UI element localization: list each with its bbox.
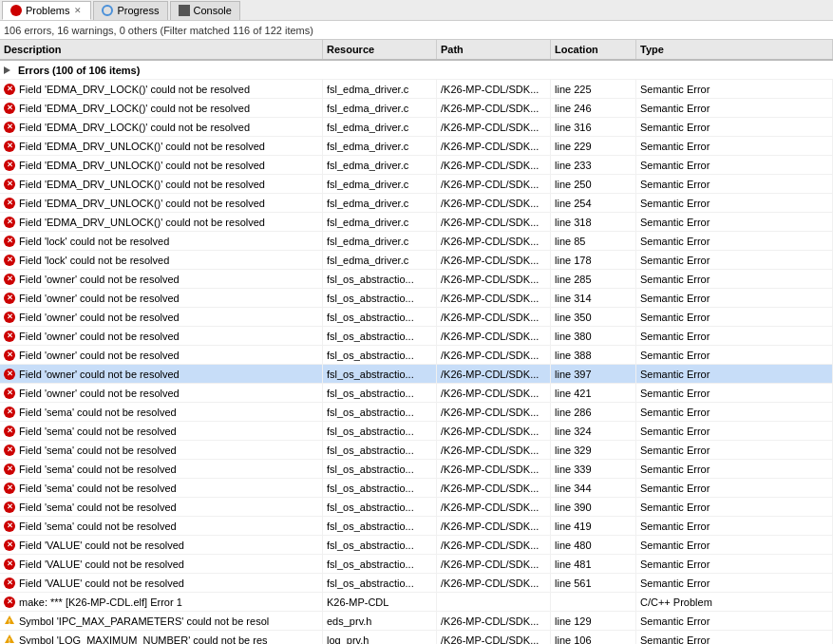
cell-path: /K26-MP-CDL/SDK... <box>437 346 551 364</box>
cell-resource: fsl_os_abstractio... <box>323 555 437 573</box>
svg-text:!: ! <box>9 617 10 624</box>
tab-console[interactable]: Console <box>170 1 240 20</box>
table-row[interactable]: ✕Field 'sema' could not be resolvedfsl_o… <box>0 479 833 498</box>
table-row[interactable]: ✕make: *** [K26-MP-CDL.elf] Error 1K26-M… <box>0 593 833 612</box>
description-text: Field 'owner' could not be resolved <box>19 293 180 304</box>
col-header-description[interactable]: Description <box>0 40 323 59</box>
table-row[interactable]: ✕Field 'sema' could not be resolvedfsl_o… <box>0 403 833 422</box>
cell-type: Semantic Error <box>636 517 833 535</box>
cell-resource: eds_prv.h <box>323 612 437 630</box>
cell-description: ✕Field 'VALUE' could not be resolved <box>0 574 323 592</box>
filter-bar: 106 errors, 16 warnings, 0 others (Filte… <box>0 21 833 40</box>
cell-location: line 350 <box>551 308 636 326</box>
table-row[interactable]: ✕Field 'EDMA_DRV_UNLOCK()' could not be … <box>0 156 833 175</box>
table-row[interactable]: ✕Field 'owner' could not be resolvedfsl_… <box>0 289 833 308</box>
cell-path: /K26-MP-CDL/SDK... <box>437 403 551 421</box>
col-header-location[interactable]: Location <box>551 40 636 59</box>
cell-location: line 390 <box>551 498 636 516</box>
cell-resource: fsl_os_abstractio... <box>323 498 437 516</box>
table-container[interactable]: Errors (100 of 106 items) ✕Field 'EDMA_D… <box>0 61 833 644</box>
table-row[interactable]: ✕Field 'sema' could not be resolvedfsl_o… <box>0 460 833 479</box>
table-row[interactable]: ✕Field 'VALUE' could not be resolvedfsl_… <box>0 555 833 574</box>
col-header-path[interactable]: Path <box>437 40 551 59</box>
cell-path: /K26-MP-CDL/SDK... <box>437 536 551 554</box>
error-icon: ✕ <box>4 293 15 304</box>
cell-type: Semantic Error <box>636 308 833 326</box>
col-header-resource[interactable]: Resource <box>323 40 437 59</box>
table-row[interactable]: ✕Field 'EDMA_DRV_UNLOCK()' could not be … <box>0 175 833 194</box>
cell-path: /K26-MP-CDL/SDK... <box>437 137 551 155</box>
cell-resource: fsl_edma_driver.c <box>323 137 437 155</box>
column-headers: Description Resource Path Location Type <box>0 40 833 61</box>
svg-text:!: ! <box>9 636 10 643</box>
cell-location: line 419 <box>551 517 636 535</box>
cell-description: ✕Field 'owner' could not be resolved <box>0 365 323 383</box>
cell-resource: fsl_os_abstractio... <box>323 479 437 497</box>
table-row[interactable]: ✕Field 'EDMA_DRV_UNLOCK()' could not be … <box>0 137 833 156</box>
table-row[interactable]: ✕Field 'VALUE' could not be resolvedfsl_… <box>0 536 833 555</box>
description-text: Field 'owner' could not be resolved <box>19 350 180 361</box>
table-row[interactable]: ✕Field 'sema' could not be resolvedfsl_o… <box>0 441 833 460</box>
cell-description: ✕Field 'EDMA_DRV_UNLOCK()' could not be … <box>0 137 323 155</box>
error-icon: ✕ <box>4 198 15 209</box>
cell-location: line 225 <box>551 80 636 98</box>
cell-path: /K26-MP-CDL/SDK... <box>437 118 551 136</box>
error-icon: ✕ <box>4 350 15 361</box>
cell-description: ✕Field 'EDMA_DRV_UNLOCK()' could not be … <box>0 213 323 231</box>
cell-location: line 339 <box>551 460 636 478</box>
cell-type: Semantic Error <box>636 574 833 592</box>
description-text: make: *** [K26-MP-CDL.elf] Error 1 <box>19 597 182 608</box>
cell-location: line 316 <box>551 118 636 136</box>
cell-resource: fsl_os_abstractio... <box>323 403 437 421</box>
table-row[interactable]: ✕Field 'EDMA_DRV_LOCK()' could not be re… <box>0 118 833 137</box>
group-label: Errors (100 of 106 items) <box>18 65 140 76</box>
error-icon: ✕ <box>4 540 15 551</box>
tab-problems[interactable]: Problems ✕ <box>2 1 91 20</box>
cell-resource: fsl_edma_driver.c <box>323 156 437 174</box>
cell-description: ✕Field 'owner' could not be resolved <box>0 308 323 326</box>
cell-path: /K26-MP-CDL/SDK... <box>437 194 551 212</box>
cell-resource: fsl_os_abstractio... <box>323 460 437 478</box>
error-icon: ✕ <box>4 426 15 437</box>
table-row[interactable]: ✕Field 'owner' could not be resolvedfsl_… <box>0 346 833 365</box>
cell-description: ✕Field 'owner' could not be resolved <box>0 346 323 364</box>
description-text: Field 'owner' could not be resolved <box>19 274 180 285</box>
table-row[interactable]: ✕Field 'owner' could not be resolvedfsl_… <box>0 365 833 384</box>
table-row[interactable]: ✕Field 'EDMA_DRV_UNLOCK()' could not be … <box>0 194 833 213</box>
cell-type: Semantic Error <box>636 137 833 155</box>
table-row[interactable]: ✕Field 'EDMA_DRV_LOCK()' could not be re… <box>0 99 833 118</box>
table-row[interactable]: ✕Field 'sema' could not be resolvedfsl_o… <box>0 498 833 517</box>
table-row[interactable]: ✕Field 'sema' could not be resolvedfsl_o… <box>0 422 833 441</box>
table-row[interactable]: !Symbol 'LOG_MAXIMUM_NUMBER' could not b… <box>0 631 833 644</box>
cell-path: /K26-MP-CDL/SDK... <box>437 175 551 193</box>
table-row[interactable]: ✕Field 'EDMA_DRV_LOCK()' could not be re… <box>0 80 833 99</box>
error-icon: ✕ <box>4 521 15 532</box>
table-row[interactable]: ✕Field 'lock' could not be resolvedfsl_e… <box>0 232 833 251</box>
table-row[interactable]: ✕Field 'sema' could not be resolvedfsl_o… <box>0 517 833 536</box>
main-window: Problems ✕ Progress Console 106 errors, … <box>0 0 833 644</box>
cell-resource: fsl_os_abstractio... <box>323 308 437 326</box>
cell-type: Semantic Error <box>636 346 833 364</box>
close-problems-icon[interactable]: ✕ <box>73 6 83 15</box>
cell-description: ✕Field 'sema' could not be resolved <box>0 422 323 440</box>
cell-type: Semantic Error <box>636 441 833 459</box>
cell-location: line 561 <box>551 574 636 592</box>
table-row[interactable]: ✕Field 'lock' could not be resolvedfsl_e… <box>0 251 833 270</box>
cell-path: /K26-MP-CDL/SDK... <box>437 555 551 573</box>
table-row[interactable]: ✕Field 'EDMA_DRV_UNLOCK()' could not be … <box>0 213 833 232</box>
cell-path: /K26-MP-CDL/SDK... <box>437 251 551 269</box>
table-row[interactable]: ✕Field 'owner' could not be resolvedfsl_… <box>0 327 833 346</box>
description-text: Field 'VALUE' could not be resolved <box>19 540 184 551</box>
group-header-errors[interactable]: Errors (100 of 106 items) <box>0 61 833 80</box>
tab-progress[interactable]: Progress <box>93 1 167 20</box>
col-header-type[interactable]: Type <box>636 40 833 59</box>
table-row[interactable]: ✕Field 'VALUE' could not be resolvedfsl_… <box>0 574 833 593</box>
cell-resource: fsl_os_abstractio... <box>323 574 437 592</box>
description-text: Field 'lock' could not be resolved <box>19 236 169 247</box>
cell-location: line 233 <box>551 156 636 174</box>
table-row[interactable]: ✕Field 'owner' could not be resolvedfsl_… <box>0 308 833 327</box>
table-row[interactable]: !Symbol 'IPC_MAX_PARAMETERS' could not b… <box>0 612 833 631</box>
description-text: Field 'owner' could not be resolved <box>19 369 180 380</box>
table-row[interactable]: ✕Field 'owner' could not be resolvedfsl_… <box>0 270 833 289</box>
table-row[interactable]: ✕Field 'owner' could not be resolvedfsl_… <box>0 384 833 403</box>
